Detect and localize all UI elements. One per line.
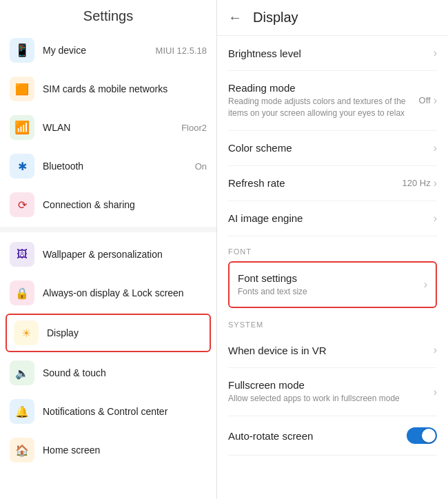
- notifications-icon: 🔔: [10, 399, 34, 424]
- chevron-icon-fullscreen: ›: [434, 386, 437, 398]
- sidebar-item-sim[interactable]: 🟧SIM cards & mobile networks: [0, 70, 216, 108]
- right-header: ← Display: [217, 0, 448, 36]
- chevron-icon-color: ›: [434, 142, 437, 154]
- right-item-title-font-settings: Font settings: [238, 272, 424, 284]
- right-item-subtitle-font-settings: Fonts and text size: [238, 286, 424, 298]
- bluetooth-icon: ✱: [10, 154, 34, 179]
- section-label-system: SYSTEM: [228, 309, 437, 333]
- settings-header: Settings: [0, 0, 216, 31]
- sidebar-item-bluetooth[interactable]: ✱BluetoothOn: [0, 147, 216, 185]
- sidebar-item-label-sim: SIM cards & mobile networks: [43, 83, 207, 94]
- sidebar-item-value-bluetooth: On: [195, 161, 207, 172]
- sidebar-item-label-my-device: My device: [43, 45, 156, 56]
- right-item-brightness[interactable]: Brightness level›: [228, 36, 437, 71]
- right-item-reading[interactable]: Reading modeReading mode adjusts colors …: [228, 71, 437, 131]
- right-panel: ← Display Brightness level›Reading modeR…: [217, 0, 448, 499]
- sidebar-item-label-notifications: Notifications & Control center: [43, 406, 207, 417]
- sidebar-item-label-wallpaper: Wallpaper & personalization: [43, 249, 207, 260]
- aod-icon: 🔒: [10, 281, 34, 305]
- sidebar-item-label-connection: Connection & sharing: [43, 199, 207, 210]
- right-item-color[interactable]: Color scheme›: [228, 131, 437, 166]
- sim-icon: 🟧: [10, 77, 34, 101]
- wlan-icon: 📶: [10, 115, 34, 140]
- toggle-auto-rotate[interactable]: [407, 427, 437, 444]
- sidebar-item-notifications[interactable]: 🔔Notifications & Control center: [0, 392, 216, 431]
- sidebar-item-value-wlan: Floor2: [181, 123, 207, 133]
- right-item-fullscreen[interactable]: Fullscreen modeAllow selected apps to wo…: [228, 368, 437, 416]
- right-item-title-brightness: Brightness level: [228, 48, 434, 59]
- right-item-font-settings[interactable]: Font settingsFonts and text size›: [228, 261, 437, 309]
- section-label-font: FONT: [228, 236, 437, 260]
- chevron-icon-refresh: ›: [434, 177, 437, 190]
- sidebar-item-value-my-device: MIUI 12.5.18: [156, 45, 207, 56]
- sidebar-item-label-aod: Always-on display & Lock screen: [43, 287, 207, 298]
- right-item-auto-rotate[interactable]: Auto-rotate screen: [228, 416, 437, 456]
- right-item-title-vr: When device is in VR: [228, 345, 434, 356]
- my-device-icon: 📱: [10, 38, 34, 63]
- connection-icon: ⟳: [10, 192, 34, 217]
- sidebar-item-label-bluetooth: Bluetooth: [43, 161, 195, 172]
- chevron-icon-vr: ›: [434, 344, 437, 356]
- sidebar-item-label-display: Display: [47, 327, 203, 338]
- sidebar-item-label-wlan: WLAN: [43, 122, 181, 133]
- sidebar-item-label-sound: Sound & touch: [43, 367, 207, 378]
- right-item-title-refresh: Refresh rate: [228, 177, 402, 189]
- right-item-value-reading: Off: [419, 95, 431, 105]
- right-item-title-ai-image: AI image engine: [228, 212, 434, 224]
- sidebar-item-aod[interactable]: 🔒Always-on display & Lock screen: [0, 274, 216, 312]
- right-item-refresh[interactable]: Refresh rate120 Hz›: [228, 166, 437, 201]
- right-content: Brightness level›Reading modeReading mod…: [217, 36, 448, 499]
- right-item-vr[interactable]: When device is in VR›: [228, 333, 437, 368]
- right-item-value-refresh: 120 Hz: [402, 178, 430, 188]
- right-item-title-auto-rotate: Auto-rotate screen: [228, 430, 407, 442]
- right-item-ai-image[interactable]: AI image engine›: [228, 201, 437, 236]
- right-title: Display: [253, 10, 298, 26]
- sidebar-item-home[interactable]: 🏠Home screen: [0, 431, 216, 469]
- sound-icon: 🔈: [10, 360, 34, 385]
- right-item-title-fullscreen: Fullscreen mode: [228, 379, 434, 391]
- sidebar-item-connection[interactable]: ⟳Connection & sharing: [0, 185, 216, 224]
- chevron-icon-brightness: ›: [434, 47, 437, 59]
- back-button[interactable]: ←: [228, 10, 242, 26]
- home-icon: 🏠: [10, 438, 34, 462]
- right-item-title-color: Color scheme: [228, 142, 434, 154]
- right-item-subtitle-fullscreen: Allow selected apps to work in fullscree…: [228, 393, 434, 405]
- wallpaper-icon: 🖼: [10, 242, 34, 267]
- right-item-title-reading: Reading mode: [228, 82, 419, 94]
- sidebar-item-label-home: Home screen: [43, 445, 207, 456]
- display-icon: ☀: [14, 320, 39, 345]
- sidebar-item-wallpaper[interactable]: 🖼Wallpaper & personalization: [0, 235, 216, 274]
- left-panel: Settings 📱My deviceMIUI 12.5.18🟧SIM card…: [0, 0, 217, 499]
- sidebar-item-wlan[interactable]: 📶WLANFloor2: [0, 108, 216, 147]
- sidebar-item-my-device[interactable]: 📱My deviceMIUI 12.5.18: [0, 31, 216, 70]
- right-item-subtitle-reading: Reading mode adjusts colors and textures…: [228, 96, 419, 119]
- sidebar-item-sound[interactable]: 🔈Sound & touch: [0, 354, 216, 392]
- chevron-icon-ai-image: ›: [434, 212, 437, 225]
- sidebar-item-display[interactable]: ☀Display: [6, 314, 211, 352]
- chevron-icon-font-settings: ›: [424, 278, 427, 291]
- chevron-icon-reading: ›: [434, 94, 437, 107]
